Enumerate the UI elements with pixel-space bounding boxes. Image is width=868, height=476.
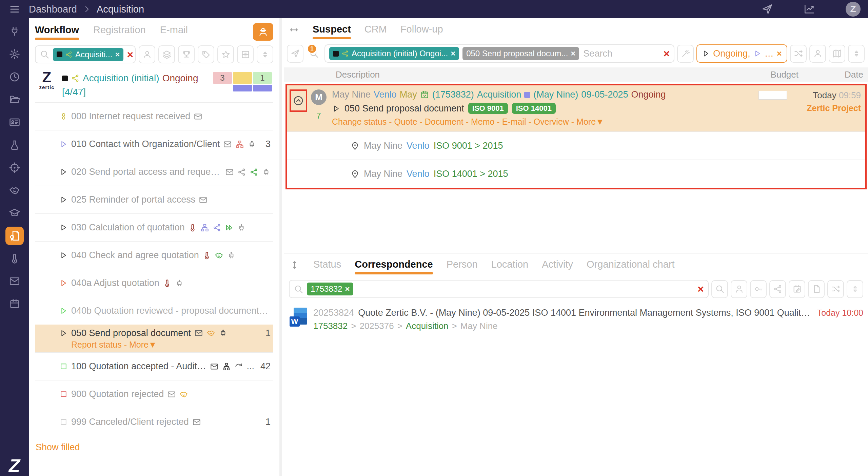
magic-wand-button[interactable] <box>677 45 694 63</box>
tab-correspondence[interactable]: Correspondence <box>355 259 433 274</box>
quick-link[interactable]: More▼ <box>576 117 604 126</box>
workflow-row[interactable]: 000 Internet request received <box>35 102 273 130</box>
breadcrumb-acquisition[interactable]: Acquisition <box>97 4 144 15</box>
tab-follow-up[interactable]: Follow-up <box>400 24 443 39</box>
path-segment[interactable]: 2025376 <box>359 321 394 331</box>
remove-chip-icon[interactable]: × <box>451 49 455 58</box>
filter-chip-acquisition[interactable]: Acquisiti... × <box>53 48 123 61</box>
path-segment[interactable]: 1753832 <box>313 321 348 331</box>
clear-search-icon[interactable]: × <box>664 48 670 59</box>
shuffle-button[interactable] <box>827 280 844 298</box>
quick-link[interactable]: More▼ <box>129 340 157 349</box>
clear-search-icon[interactable]: × <box>697 284 704 294</box>
workflow-search-input[interactable]: Acquisiti... × × <box>35 45 136 63</box>
location-row[interactable]: May NineVenloISO 9001 > 2015 <box>287 131 865 160</box>
correspondence-search-input[interactable]: 1753832 × × <box>289 280 709 298</box>
root-title[interactable]: Acquisition (initial) <box>83 73 159 84</box>
quick-link[interactable]: E-mail <box>502 117 526 126</box>
search-icon[interactable]: 1 <box>306 48 322 59</box>
workflow-row[interactable]: 040a Adjust quotation <box>35 269 273 297</box>
remove-chip-icon[interactable]: × <box>115 50 120 59</box>
workflow-row[interactable]: 025 Reminder of portal access <box>35 186 273 213</box>
quick-link[interactable]: Overview <box>534 117 569 126</box>
document-title[interactable]: Quote Zertic B.V. - (May Nine) 09-05-202… <box>358 308 813 318</box>
assign-user-button[interactable] <box>253 23 273 41</box>
remove-chip-icon[interactable]: × <box>345 284 350 294</box>
path-segment[interactable]: May Nine <box>460 321 498 331</box>
tag-button[interactable] <box>198 45 214 63</box>
trophy-button[interactable] <box>178 45 195 63</box>
record-title[interactable]: May NineVenloMay(1753832)Acquisition(May… <box>332 89 711 100</box>
plug-icon[interactable] <box>5 22 24 41</box>
workflow-root-row[interactable]: Z zertic Acquisition (initial) Ongoing [… <box>35 66 273 102</box>
envelope-icon[interactable] <box>5 272 24 290</box>
project-link[interactable]: Zertic Project <box>787 103 861 113</box>
tab-activity[interactable]: Activity <box>542 259 573 274</box>
calendar-icon[interactable] <box>5 295 24 313</box>
workflow-row[interactable]: 010 Contact with Organization/Client 3 <box>35 130 273 158</box>
quick-link[interactable]: Report status <box>71 340 122 349</box>
layers-button[interactable] <box>158 45 175 63</box>
avatar[interactable]: Z <box>846 2 861 17</box>
sort-button[interactable] <box>847 280 863 298</box>
breadcrumb-dashboard[interactable]: Dashboard <box>29 4 77 15</box>
person-button[interactable] <box>139 45 155 63</box>
workflow-row[interactable]: 999 Canceled/Client rejected 1 <box>35 408 273 436</box>
person-button[interactable] <box>809 45 826 63</box>
location-row[interactable]: May NineVenloISO 14001 > 2015 <box>287 160 865 188</box>
certificate-icon[interactable] <box>5 227 24 245</box>
arrows-horizontal-icon[interactable] <box>289 25 299 39</box>
tab-registration[interactable]: Registration <box>93 24 146 40</box>
archive-button[interactable] <box>237 45 254 63</box>
workflow-row[interactable]: 040 Check and agree quotation <box>35 241 273 269</box>
remove-chip-icon[interactable]: × <box>571 49 575 58</box>
search-input[interactable] <box>583 48 660 59</box>
tab-crm[interactable]: CRM <box>364 24 387 39</box>
tab-organizational-chart[interactable]: Organizational chart <box>587 259 675 274</box>
key-button[interactable] <box>750 280 767 298</box>
graduation-cap-icon[interactable] <box>5 204 24 222</box>
remove-filter-icon[interactable]: × <box>777 48 782 59</box>
column-description[interactable]: Description <box>336 69 754 80</box>
person-button[interactable] <box>731 280 747 298</box>
workflow-row[interactable]: 020 Send portal access and request infor… <box>35 158 273 186</box>
share-button[interactable] <box>769 280 786 298</box>
tab-location[interactable]: Location <box>491 259 529 274</box>
workflow-row[interactable]: 040b Quotation reviewed - proposal docum… <box>35 297 273 325</box>
column-budget[interactable]: Budget <box>754 69 798 80</box>
thermometer-icon[interactable] <box>5 249 24 268</box>
tab-workflow[interactable]: Workflow <box>35 24 79 40</box>
flask-icon[interactable] <box>5 136 24 154</box>
sort-button[interactable] <box>848 45 865 63</box>
tab-e-mail[interactable]: E-mail <box>160 24 188 40</box>
clock-icon[interactable] <box>5 68 24 86</box>
file-button[interactable] <box>808 280 825 298</box>
chevron-circle-up-icon[interactable] <box>293 95 304 106</box>
workflow-row[interactable]: 050 Send proposal document 1 Report stat… <box>35 325 273 352</box>
calendar-edit-button[interactable] <box>789 280 805 298</box>
show-filled-link[interactable]: Show filled <box>35 436 273 459</box>
tab-person[interactable]: Person <box>447 259 478 274</box>
chart-icon[interactable] <box>804 3 815 15</box>
id-card-icon[interactable] <box>5 113 24 131</box>
filter-chip-id[interactable]: 1753832 × <box>307 283 353 295</box>
target-icon[interactable] <box>5 159 24 177</box>
quick-link[interactable]: Memo <box>471 117 494 126</box>
suspect-search-input[interactable]: Acquisition (initial) Ongoi...×050 Send … <box>324 44 674 63</box>
correspondence-item[interactable]: W 20253824 Quote Zertic B.V. - (May Nine… <box>289 308 863 331</box>
quick-link[interactable]: Change status <box>332 117 387 126</box>
path-segment[interactable]: Acquisition <box>406 321 449 331</box>
column-date[interactable]: Date <box>798 69 868 80</box>
suspect-record-row[interactable]: M 7 May NineVenloMay(1753832)Acquisition… <box>287 85 865 131</box>
quick-link[interactable]: Quote <box>394 117 417 126</box>
workflow-row[interactable]: 900 Quotation rejected <box>35 380 273 408</box>
menu-icon[interactable] <box>0 3 29 15</box>
handshake-icon[interactable] <box>5 181 24 200</box>
sort-button[interactable] <box>257 45 273 63</box>
search-filter-chip[interactable]: 050 Send proposal docum...× <box>462 47 579 60</box>
shuffle-button[interactable] <box>790 45 807 63</box>
map-button[interactable] <box>829 45 845 63</box>
status-filter-chip[interactable]: Ongoing,… × <box>696 44 787 63</box>
workflow-row[interactable]: 030 Calculation of quotation <box>35 213 273 241</box>
star-button[interactable] <box>217 45 234 63</box>
